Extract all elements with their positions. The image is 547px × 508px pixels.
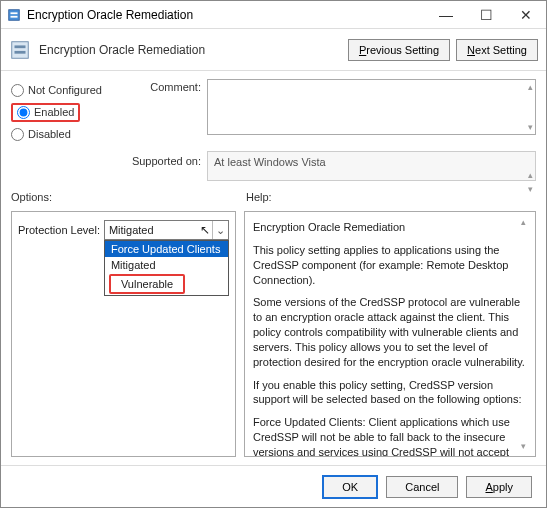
cursor-icon: ↖ — [200, 223, 210, 237]
svg-rect-4 — [15, 45, 26, 48]
help-p3: If you enable this policy setting, CredS… — [253, 378, 527, 408]
option-force-updated-clients[interactable]: Force Updated Clients — [105, 241, 228, 257]
supported-on-text: At least Windows Vista — [214, 156, 326, 168]
apply-button[interactable]: Apply — [466, 476, 532, 498]
next-setting-button[interactable]: Next Setting — [456, 39, 538, 61]
help-title: Encryption Oracle Remediation — [253, 220, 527, 235]
protection-level-dropdown: Force Updated Clients Mitigated Vulnerab… — [104, 240, 229, 296]
combo-display[interactable]: Mitigated ↖ ⌄ — [104, 220, 229, 240]
radio-enabled-label: Enabled — [34, 106, 74, 118]
svg-rect-1 — [11, 12, 18, 14]
comment-label: Comment: — [131, 79, 201, 145]
protection-level-combo[interactable]: Mitigated ↖ ⌄ Force Updated Clients Miti… — [104, 220, 229, 240]
combo-selected-value: Mitigated — [109, 224, 154, 236]
minimize-button[interactable]: — — [426, 1, 466, 29]
help-p4: Force Updated Clients: Client applicatio… — [253, 415, 527, 457]
panels: Protection Level: Mitigated ↖ ⌄ Force Up… — [1, 205, 546, 465]
maximize-button[interactable]: ☐ — [466, 1, 506, 29]
radio-not-configured[interactable]: Not Configured — [11, 79, 131, 101]
supported-on-value: At least Windows Vista ▴▾ — [207, 151, 536, 181]
config-row: Not Configured Enabled Disabled Comment:… — [1, 71, 546, 149]
svg-rect-5 — [15, 50, 26, 53]
radio-not-configured-input[interactable] — [11, 84, 24, 97]
radio-enabled-input[interactable] — [17, 106, 30, 119]
footer: OK Cancel Apply — [1, 465, 546, 507]
policy-icon — [7, 8, 21, 22]
protection-level-label: Protection Level: — [18, 224, 100, 236]
state-radios: Not Configured Enabled Disabled — [11, 79, 131, 145]
help-panel: Encryption Oracle Remediation This polic… — [244, 211, 536, 457]
policy-dialog: Encryption Oracle Remediation — ☐ ✕ Encr… — [0, 0, 547, 508]
help-p2: Some versions of the CredSSP protocol ar… — [253, 295, 527, 369]
svg-rect-3 — [12, 41, 29, 58]
radio-disabled-input[interactable] — [11, 128, 24, 141]
radio-disabled[interactable]: Disabled — [11, 123, 131, 145]
comment-scroll[interactable]: ▴▾ — [528, 80, 533, 134]
cancel-button[interactable]: Cancel — [386, 476, 458, 498]
svg-rect-2 — [11, 15, 18, 17]
help-scrollbar[interactable]: ▴▾ — [521, 212, 533, 456]
svg-rect-0 — [9, 9, 20, 20]
options-panel: Protection Level: Mitigated ↖ ⌄ Force Up… — [11, 211, 236, 457]
help-heading: Help: — [246, 191, 536, 203]
option-vulnerable[interactable]: Vulnerable — [115, 276, 179, 292]
chevron-down-icon[interactable]: ⌄ — [212, 221, 228, 239]
supported-row: Supported on: At least Windows Vista ▴▾ — [1, 149, 546, 189]
supported-on-label: Supported on: — [11, 151, 201, 167]
radio-disabled-label: Disabled — [28, 128, 71, 140]
window-title: Encryption Oracle Remediation — [27, 8, 426, 22]
titlebar: Encryption Oracle Remediation — ☐ ✕ — [1, 1, 546, 29]
supported-scroll: ▴▾ — [528, 168, 533, 196]
highlight-enabled: Enabled — [11, 103, 80, 122]
page-title: Encryption Oracle Remediation — [39, 43, 348, 57]
close-button[interactable]: ✕ — [506, 1, 546, 29]
ok-button[interactable]: OK — [322, 475, 378, 499]
option-mitigated[interactable]: Mitigated — [105, 257, 228, 273]
highlight-vulnerable: Vulnerable — [109, 274, 185, 294]
header-row: Encryption Oracle Remediation Previous S… — [1, 29, 546, 71]
options-heading: Options: — [11, 191, 246, 203]
previous-setting-button[interactable]: Previous Setting — [348, 39, 450, 61]
policy-header-icon — [9, 39, 31, 61]
help-p1: This policy setting applies to applicati… — [253, 243, 527, 288]
section-labels: Options: Help: — [1, 189, 546, 205]
radio-not-configured-label: Not Configured — [28, 84, 102, 96]
comment-textbox[interactable]: ▴▾ — [207, 79, 536, 135]
